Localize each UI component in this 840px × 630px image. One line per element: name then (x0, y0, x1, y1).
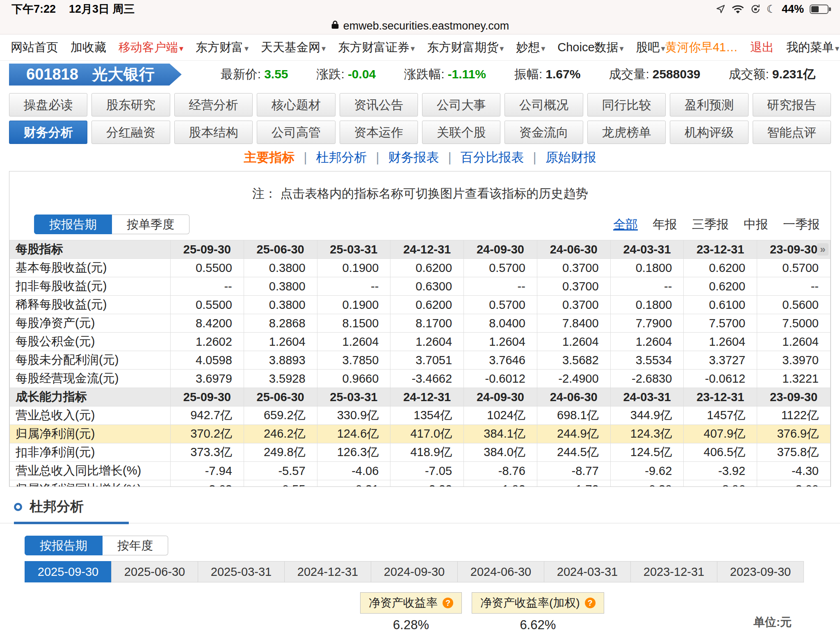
metric-name[interactable]: 扣非净利润(元) (10, 443, 171, 462)
metric-value: 0.3700 (537, 277, 610, 296)
nav-item[interactable]: Choice数据▾ (557, 39, 623, 56)
menu-tab[interactable]: 资金流向 (504, 121, 583, 144)
table-section-header-row: 成长能力指标25-09-3025-06-3025-03-3124-12-3124… (10, 388, 831, 406)
help-icon[interactable]: ? (443, 598, 453, 608)
subnav-link[interactable]: 原始财报 (546, 149, 596, 166)
metric-value: -- (757, 277, 831, 296)
nav-item[interactable]: 移动客户端▾ (119, 39, 183, 56)
date-tab[interactable]: 2025-06-30 (111, 561, 198, 582)
date-tab[interactable]: 2024-09-30 (371, 561, 458, 582)
menu-tab[interactable]: 盈利预测 (670, 93, 748, 116)
menu-tab[interactable]: 股本结构 (174, 121, 253, 144)
subnav-link[interactable]: 财务报表 (388, 149, 439, 166)
metric-value: 330.9亿 (317, 406, 390, 425)
menu-tab[interactable]: 公司高管 (257, 121, 335, 144)
column-header: 24-03-31 (610, 240, 684, 259)
url-text: emweb.securities.eastmoney.com (343, 20, 509, 32)
toggle-option[interactable]: 按单季度 (112, 215, 189, 234)
metric-name[interactable]: 归属净利润(元) (10, 425, 171, 443)
menu-tab[interactable]: 关联个股 (422, 121, 500, 144)
date-tab[interactable]: 2023-09-30 (717, 561, 804, 582)
metric-value: 249.8亿 (244, 443, 317, 462)
lock-icon (331, 20, 339, 32)
date-tab[interactable]: 2025-03-31 (198, 561, 285, 582)
rotation-lock-icon (750, 4, 761, 14)
metric-name[interactable]: 每股经营现金流(元) (10, 370, 171, 388)
subnav-link[interactable]: 主要指标 (244, 149, 294, 166)
report-filter[interactable]: 年报 (653, 216, 677, 233)
report-filter[interactable]: 一季报 (783, 216, 820, 233)
date-tab[interactable]: 2024-03-31 (544, 561, 631, 582)
table-row: 营业总收入(元)942.7亿659.2亿330.9亿1354亿1024亿698.… (10, 406, 831, 425)
toggle-option[interactable]: 按报告期 (34, 215, 112, 234)
menu-tab[interactable]: 股东研究 (91, 93, 170, 116)
toggle-option[interactable]: 按年度 (103, 536, 168, 555)
metric-value: 1.2604 (464, 333, 537, 351)
subnav-link[interactable]: 杜邦分析 (316, 149, 367, 166)
quote-value: 1.67% (546, 67, 580, 81)
nav-item[interactable]: 东方财富证券▾ (338, 39, 415, 56)
report-filter[interactable]: 全部 (613, 216, 638, 233)
metric-name[interactable]: 每股公积金(元) (10, 333, 171, 351)
nav-item[interactable]: 加收藏 (71, 39, 106, 56)
menu-tab[interactable]: 财务分析 (9, 121, 87, 144)
toggle-option[interactable]: 按报告期 (25, 536, 103, 555)
report-filter[interactable]: 中报 (744, 216, 768, 233)
metric-name[interactable]: 每股未分配利润(元) (10, 351, 171, 370)
nav-item[interactable]: 退出 (750, 39, 774, 56)
quote-label: 成交额: (729, 67, 769, 81)
metric-name[interactable]: 营业总收入同比增长(%) (10, 462, 171, 480)
url-bar[interactable]: emweb.securities.eastmoney.com (0, 18, 840, 34)
nav-item[interactable]: 妙想▾ (516, 39, 545, 56)
metric-value: 1.92 (464, 480, 537, 487)
column-header: 24-06-30 (537, 240, 610, 259)
roe-box: 净资产收益率(加权)?6.62% (472, 592, 604, 630)
menu-tab[interactable]: 经营分析 (174, 93, 253, 116)
metric-value: 0.6200 (684, 277, 757, 296)
menu-tab[interactable]: 公司大事 (422, 93, 500, 116)
metric-value: 0.1900 (317, 259, 390, 277)
menu-tab[interactable]: 公司概况 (504, 93, 583, 116)
metric-value: -2.4900 (537, 370, 610, 388)
metric-name[interactable]: 基本每股收益(元) (10, 259, 171, 277)
menu-tab[interactable]: 龙虎榜单 (587, 121, 666, 144)
menu-tab[interactable]: 资本运作 (340, 121, 418, 144)
subnav-link[interactable]: 百分比报表 (461, 149, 524, 166)
metric-value: 1.72 (537, 480, 610, 487)
menu-tab[interactable]: 研究报告 (753, 93, 831, 116)
roe-header[interactable]: 净资产收益率? (360, 592, 462, 614)
date-tab[interactable]: 2024-06-30 (457, 561, 544, 582)
menu-tab[interactable]: 同行比较 (587, 93, 666, 116)
menu-tab[interactable]: 资讯公告 (340, 93, 418, 116)
roe-label: 净资产收益率(加权) (480, 595, 580, 611)
metric-value: 1.2604 (244, 333, 317, 351)
nav-item[interactable]: 网站首页 (11, 39, 58, 56)
nav-item[interactable]: 我的菜单▾ (786, 39, 839, 56)
menu-tab[interactable]: 操盘必读 (9, 93, 87, 116)
metric-name[interactable]: 归属净利润同比增长(%) (10, 480, 171, 487)
separator: | (304, 150, 307, 165)
report-filter[interactable]: 三季报 (692, 216, 729, 233)
menu-tab[interactable]: 机构评级 (670, 121, 748, 144)
roe-header[interactable]: 净资产收益率(加权)? (472, 592, 604, 614)
nav-item[interactable]: 东方财富▾ (196, 39, 249, 56)
date-tab[interactable]: 2023-12-31 (630, 561, 717, 582)
metric-value: 1024亿 (464, 406, 537, 425)
menu-tab[interactable]: 核心题材 (257, 93, 335, 116)
date-tab[interactable]: 2025-09-30 (25, 561, 112, 582)
menu-tab[interactable]: 分红融资 (91, 121, 170, 144)
dupont-title-row: 杜邦分析 (14, 498, 840, 516)
more-columns-icon[interactable]: » (817, 243, 829, 256)
menu-tab[interactable]: 智能点评 (753, 121, 831, 144)
table-row: 营业总收入同比增长(%)-7.94-5.57-4.06-7.05-8.76-8.… (10, 462, 831, 480)
nav-item[interactable]: 天天基金网▾ (261, 39, 326, 56)
metric-name[interactable]: 每股净资产(元) (10, 314, 171, 333)
nav-item[interactable]: 东方财富期货▾ (427, 39, 504, 56)
metric-name[interactable]: 稀释每股收益(元) (10, 296, 171, 314)
date-tab[interactable]: 2024-12-31 (284, 561, 371, 582)
help-icon[interactable]: ? (585, 598, 596, 608)
metric-name[interactable]: 扣非每股收益(元) (10, 277, 171, 296)
nav-item[interactable]: 股吧▾ (636, 39, 665, 56)
nav-item[interactable]: 黄河你早41… (665, 39, 738, 56)
metric-name[interactable]: 营业总收入(元) (10, 406, 171, 425)
